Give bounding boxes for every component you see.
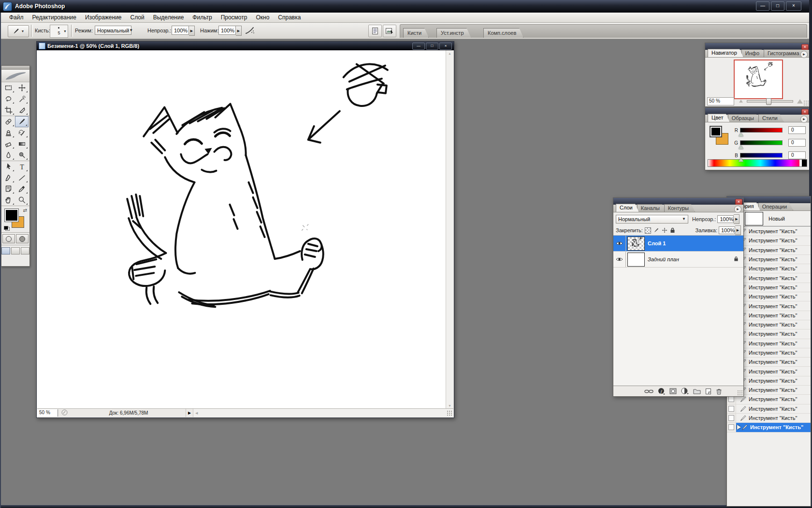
history-entry-main[interactable]: Инструмент "Кисть"	[736, 255, 811, 264]
layer-opacity-slider-button[interactable]: ▶	[734, 214, 740, 224]
navigator-zoom-field[interactable]: 50 %	[707, 97, 734, 105]
foreground-color-swatch[interactable]	[710, 126, 722, 137]
zoom-in-icon[interactable]	[797, 99, 803, 104]
zoom-slider-thumb[interactable]	[766, 98, 771, 105]
history-entry-main[interactable]: Инструмент "Кисть"	[736, 292, 811, 301]
tab-tab[interactable]: Операции	[758, 203, 793, 210]
visibility-toggle[interactable]	[613, 252, 626, 267]
minimize-button[interactable]: —	[756, 1, 769, 11]
tool-path-selection[interactable]	[1, 161, 15, 172]
history-entry-main[interactable]: Инструмент "Кисть"	[736, 264, 811, 273]
history-entry-main[interactable]: Инструмент "Кисть"	[736, 301, 811, 310]
scroll-down-icon[interactable]: ▼	[446, 404, 453, 407]
color-spectrum-ramp[interactable]	[708, 159, 807, 167]
history-entry[interactable]: Инструмент "Кисть"	[727, 404, 811, 414]
tab-tab[interactable]: Контуры	[664, 204, 695, 212]
tab-tab[interactable]: Гистограмма	[764, 49, 806, 57]
lock-position-icon[interactable]	[662, 227, 667, 233]
panel-title-bar[interactable]: ×	[705, 43, 810, 50]
menu-item[interactable]: Слой	[126, 13, 149, 22]
tool-history-brush[interactable]	[15, 127, 29, 138]
tab-active[interactable]: Навигатор	[708, 49, 743, 57]
tab-active[interactable]: Слои	[616, 204, 639, 212]
opacity-slider-button[interactable]: ▶	[189, 26, 195, 36]
doc-maximize-button[interactable]: □	[426, 43, 438, 50]
history-brush-source-toggle[interactable]	[727, 414, 736, 422]
doc-minimize-button[interactable]: —	[412, 43, 425, 50]
history-entry-main[interactable]: Инструмент "Кисть"	[736, 395, 811, 403]
flow-slider-button[interactable]: ▶	[236, 26, 242, 36]
tool-type[interactable]: T	[15, 161, 29, 172]
scroll-up-icon[interactable]: ▲	[446, 52, 453, 55]
quick-mask-mode-button[interactable]	[16, 234, 29, 243]
file-info-button[interactable]	[368, 25, 382, 37]
brush-preset-picker[interactable]: 5 ▼	[50, 25, 68, 38]
channel-slider[interactable]	[740, 153, 783, 158]
menu-item[interactable]: Выделение	[149, 13, 188, 22]
tool-crop[interactable]	[1, 105, 15, 116]
history-entry-main[interactable]: Инструмент "Кисть"	[736, 348, 811, 357]
document-title-bar[interactable]: Безимени-1 @ 50% (Слой 1, RGB/8) — □ ×	[37, 42, 454, 50]
close-button[interactable]: ×	[786, 1, 801, 11]
tool-magic-wand[interactable]	[15, 93, 29, 105]
navigator-proxy-view[interactable]	[734, 60, 783, 99]
menu-item[interactable]: Файл	[5, 13, 28, 22]
canvas[interactable]	[37, 50, 446, 409]
history-entry-main[interactable]: Инструмент "Кисть"	[736, 376, 811, 385]
history-source-checkbox[interactable]	[728, 396, 734, 402]
history-entry-main[interactable]: Инструмент "Кисть"	[736, 423, 811, 432]
tool-dodge[interactable]	[15, 149, 29, 161]
vertical-scrollbar[interactable]: ▲ ▼	[446, 50, 453, 409]
history-entry-main[interactable]: Инструмент "Кисть"	[736, 414, 811, 422]
foreground-color-swatch[interactable]	[5, 209, 18, 222]
doc-close-button[interactable]: ×	[439, 43, 452, 50]
maximize-button[interactable]: □	[771, 1, 784, 11]
history-entry-main[interactable]: Инструмент "Кисть"	[736, 404, 811, 413]
tab-tab[interactable]: Каналы	[637, 204, 666, 212]
go-to-bridge-button[interactable]	[383, 25, 396, 37]
standard-screen-mode-button[interactable]	[1, 247, 10, 254]
opacity-field[interactable]: 100%	[172, 26, 189, 35]
history-entry-main[interactable]: Инструмент "Кисть"	[736, 367, 811, 375]
tab-tab[interactable]: Образцы	[728, 114, 760, 122]
current-tool-button[interactable]: ▼	[8, 25, 29, 37]
channel-slider-thumb[interactable]	[739, 133, 743, 136]
tool-brush[interactable]	[15, 116, 29, 127]
tool-healing-brush[interactable]	[1, 116, 15, 127]
history-entry[interactable]: Инструмент "Кисть"	[727, 423, 811, 432]
history-entry-main[interactable]: Инструмент "Кисть"	[736, 236, 811, 245]
tool-gradient[interactable]	[15, 138, 29, 149]
horizontal-scrollbar[interactable]: ◀	[193, 409, 453, 417]
tool-eyedropper[interactable]	[15, 183, 29, 194]
tool-hand[interactable]	[1, 194, 15, 206]
menu-item[interactable]: Окно	[251, 13, 274, 22]
channel-slider[interactable]	[740, 140, 783, 145]
palette-drag-handle[interactable]	[1, 66, 29, 70]
link-layers-icon[interactable]	[644, 389, 653, 394]
tool-zoom[interactable]	[15, 194, 29, 206]
new-group-icon[interactable]	[693, 388, 701, 394]
window-resize-grip[interactable]	[447, 410, 453, 417]
tool-eraser[interactable]	[1, 138, 15, 149]
layer-fill-field[interactable]: 100%	[719, 226, 735, 234]
channel-slider-thumb[interactable]	[739, 158, 743, 162]
flow-field[interactable]: 100%	[218, 26, 236, 35]
history-entry-main[interactable]: Инструмент "Кисть"	[736, 386, 811, 394]
lock-paint-icon[interactable]	[653, 227, 659, 233]
menu-item[interactable]: Справка	[274, 13, 305, 22]
layer-mask-icon[interactable]	[669, 388, 677, 394]
panel-title-bar[interactable]: ×	[613, 198, 743, 205]
history-state-pointer[interactable]	[737, 425, 741, 430]
history-entry-main[interactable]: Инструмент "Кисть"	[736, 358, 811, 366]
menu-item[interactable]: Изображение	[81, 13, 126, 22]
history-entry[interactable]: Инструмент "Кисть"	[727, 414, 811, 423]
channel-slider-thumb[interactable]	[739, 145, 743, 149]
history-entry-main[interactable]: Инструмент "Кисть"	[736, 311, 811, 320]
lock-all-icon[interactable]	[670, 227, 675, 233]
menu-item[interactable]: Просмотр	[217, 13, 252, 22]
status-menu-button[interactable]: ▶	[186, 411, 193, 415]
tool-blur[interactable]	[1, 149, 15, 161]
tool-pen[interactable]	[1, 172, 15, 183]
history-entry-main[interactable]: Инструмент "Кисть"	[736, 273, 811, 282]
history-source-checkbox[interactable]	[728, 424, 734, 430]
